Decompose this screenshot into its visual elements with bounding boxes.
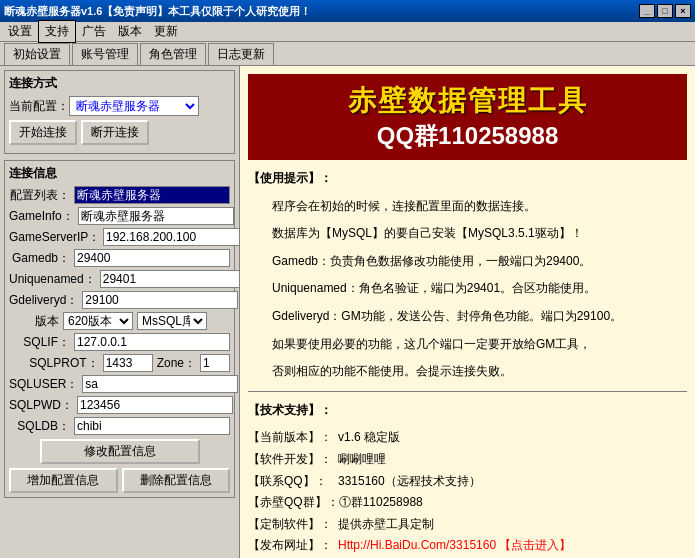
sqldb-row: SQLDB： [9, 417, 230, 435]
config-list-input[interactable] [74, 186, 230, 204]
menu-settings[interactable]: 设置 [2, 21, 38, 42]
window-controls[interactable]: _ □ × [639, 4, 691, 18]
tips-2: Gamedb：负责角色数据修改功能使用，一般端口为29400。 [248, 251, 687, 273]
sqlprot-label: SQLPROT： [9, 355, 99, 372]
zone-label: Zone： [157, 355, 196, 372]
sqlif-label: SQLIF： [9, 334, 70, 351]
connect-info-title: 连接信息 [9, 165, 230, 182]
sqlprot-row: SQLPROT： Zone： [9, 354, 230, 372]
right-header-title: 赤壁数据管理工具 [256, 82, 679, 120]
tab-bar: 初始设置 账号管理 角色管理 日志更新 [0, 42, 695, 66]
menu-version[interactable]: 版本 [112, 21, 148, 42]
game-server-ip-input[interactable] [103, 228, 240, 246]
sqlpwd-input[interactable] [77, 396, 233, 414]
add-config-button[interactable]: 增加配置信息 [9, 468, 118, 493]
right-panel: 赤壁数据管理工具 QQ群110258988 【使用提示】： 程序会在初始的时候，… [240, 66, 695, 558]
gamedb-label: Gamedb： [9, 250, 70, 267]
gamedb-row: Gamedb： [9, 249, 230, 267]
config-list-label: 配置列表： [9, 187, 70, 204]
tips-4: Gdeliveryd：GM功能，发送公告、封停角色功能。端口为29100。 [248, 306, 687, 328]
sqluser-row: SQLUSER： [9, 375, 230, 393]
tech-row-4: 【定制软件】：提供赤壁工具定制 [248, 514, 687, 536]
db-select[interactable]: MsSQL库 [137, 312, 207, 330]
sqldb-input[interactable] [74, 417, 230, 435]
current-config-label: 当前配置： [9, 98, 69, 115]
tech-row-label-4: 【定制软件】： [248, 514, 338, 536]
sqlpwd-row: SQLPWD： [9, 396, 230, 414]
disconnect-button[interactable]: 断开连接 [81, 120, 149, 145]
tech-row-value-0: v1.6 稳定版 [338, 427, 400, 449]
tips-6: 否则相应的功能不能使用。会提示连接失败。 [248, 361, 687, 383]
gamedb-input[interactable] [74, 249, 230, 267]
tech-row-5: 【发布网址】：Http://Hi.BaiDu.Com/3315160 【点击进入… [248, 535, 687, 557]
uniquenamed-input[interactable] [100, 270, 240, 288]
tech-row-1: 【软件开发】：唰唰哩哩 [248, 449, 687, 471]
tab-initial-settings[interactable]: 初始设置 [4, 43, 70, 65]
tech-section: 【技术支持】： 【当前版本】：v1.6 稳定版【软件开发】：唰唰哩哩【联系QQ】… [248, 400, 687, 557]
delete-config-button[interactable]: 删除配置信息 [122, 468, 231, 493]
connect-info-group: 连接信息 配置列表： GameInfo： GameServerIP： [4, 160, 235, 498]
tech-row-value-2: 3315160（远程技术支持） [338, 471, 481, 493]
start-connect-button[interactable]: 开始连接 [9, 120, 77, 145]
version-row: 版本 620版本 MsSQL库 [9, 312, 230, 330]
tech-row-3: 【赤壁QQ群】：①群110258988 [248, 492, 687, 514]
add-delete-btn-row: 增加配置信息 删除配置信息 [9, 468, 230, 493]
gdeliveryd-input[interactable] [82, 291, 238, 309]
window-title: 断魂赤壁服务器v1.6【免责声明】本工具仅限于个人研究使用！ [4, 4, 311, 19]
tech-rows: 【当前版本】：v1.6 稳定版【软件开发】：唰唰哩哩【联系QQ】：3315160… [248, 427, 687, 557]
maximize-button[interactable]: □ [657, 4, 673, 18]
tips-0: 程序会在初始的时候，连接配置里面的数据连接。 [248, 196, 687, 218]
close-button[interactable]: × [675, 4, 691, 18]
tab-account-management[interactable]: 账号管理 [72, 43, 138, 65]
version-label: 版本 [9, 313, 59, 330]
game-info-label: GameInfo： [9, 208, 74, 225]
tech-row-value-4: 提供赤壁工具定制 [338, 514, 434, 536]
tech-row-label-0: 【当前版本】： [248, 427, 338, 449]
gdeliveryd-row: Gdeliveryd： [9, 291, 230, 309]
divider [248, 391, 687, 392]
menu-update[interactable]: 更新 [148, 21, 184, 42]
config-list-row: 配置列表： [9, 186, 230, 204]
right-content: 【使用提示】： 程序会在初始的时候，连接配置里面的数据连接。 数据库为【MySQ… [248, 168, 687, 557]
connect-type-title: 连接方式 [9, 75, 230, 92]
sqluser-label: SQLUSER： [9, 376, 78, 393]
title-bar: 断魂赤壁服务器v1.6【免责声明】本工具仅限于个人研究使用！ _ □ × [0, 0, 695, 22]
tech-row-0: 【当前版本】：v1.6 稳定版 [248, 427, 687, 449]
tech-row-value-1: 唰唰哩哩 [338, 449, 386, 471]
menu-ad[interactable]: 广告 [76, 21, 112, 42]
right-header-qq: QQ群110258988 [256, 120, 679, 152]
tech-row-2: 【联系QQ】：3315160（远程技术支持） [248, 471, 687, 493]
main-content: 连接方式 当前配置： 断魂赤壁服务器 开始连接 断开连接 连接信息 配置列表： [0, 66, 695, 558]
tech-title: 【技术支持】： [248, 400, 687, 422]
sqlpwd-label: SQLPWD： [9, 397, 73, 414]
game-server-ip-row: GameServerIP： [9, 228, 230, 246]
sqlif-row: SQLIF： [9, 333, 230, 351]
tips-title: 【使用提示】： [248, 168, 687, 190]
tech-row-value-5[interactable]: Http://Hi.BaiDu.Com/3315160 【点击进入】 [338, 535, 571, 557]
connect-btn-row: 开始连接 断开连接 [9, 120, 230, 145]
minimize-button[interactable]: _ [639, 4, 655, 18]
tech-row-value-3: ①群110258988 [339, 492, 423, 514]
modify-config-button[interactable]: 修改配置信息 [40, 439, 200, 464]
tab-role-management[interactable]: 角色管理 [140, 43, 206, 65]
gdeliveryd-label: Gdeliveryd： [9, 292, 78, 309]
zone-input[interactable] [200, 354, 230, 372]
current-config-select[interactable]: 断魂赤壁服务器 [69, 96, 199, 116]
tips-3: Uniquenamed：角色名验证，端口为29401。合区功能使用。 [248, 278, 687, 300]
version-select[interactable]: 620版本 [63, 312, 133, 330]
uniquenamed-label: Uniquenamed： [9, 271, 96, 288]
window: 断魂赤壁服务器v1.6【免责声明】本工具仅限于个人研究使用！ _ □ × 设置 … [0, 0, 695, 558]
left-panel: 连接方式 当前配置： 断魂赤壁服务器 开始连接 断开连接 连接信息 配置列表： [0, 66, 240, 558]
tips-1: 数据库为【MySQL】的要自己安装【MySQL3.5.1驱动】！ [248, 223, 687, 245]
connect-type-group: 连接方式 当前配置： 断魂赤壁服务器 开始连接 断开连接 [4, 70, 235, 154]
right-header: 赤壁数据管理工具 QQ群110258988 [248, 74, 687, 160]
current-config-row: 当前配置： 断魂赤壁服务器 [9, 96, 230, 116]
sqlprot-input[interactable] [103, 354, 153, 372]
menu-bar: 设置 支持 广告 版本 更新 [0, 22, 695, 42]
game-info-input[interactable] [78, 207, 234, 225]
tab-log-update[interactable]: 日志更新 [208, 43, 274, 65]
tech-row-label-2: 【联系QQ】： [248, 471, 338, 493]
menu-support[interactable]: 支持 [38, 20, 76, 43]
sqluser-input[interactable] [82, 375, 238, 393]
sqlif-input[interactable] [74, 333, 230, 351]
